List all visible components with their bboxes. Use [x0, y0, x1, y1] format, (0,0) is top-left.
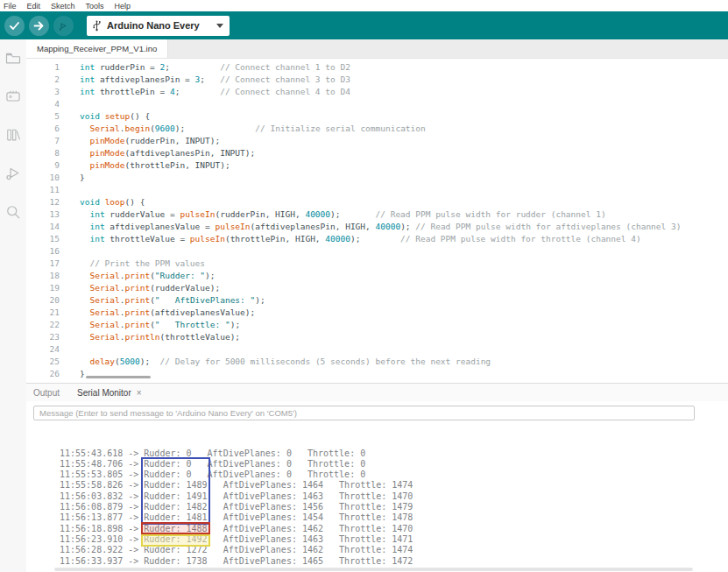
check-icon [9, 20, 20, 32]
serial-row: 11:56:03.832 -> Rudder: 1491 AftDivePlan… [60, 491, 728, 502]
debug-sidebar-icon[interactable] [4, 164, 23, 183]
code-line: 19 Serial.print(rudderValue); [26, 282, 728, 294]
line-number: 1 [26, 61, 60, 74]
line-number: 17 [26, 258, 60, 270]
line-number: 22 [26, 319, 60, 331]
serial-row: 11:56:33.937 -> Rudder: 1738 AftDivePlan… [60, 556, 728, 566]
line-number: 7 [26, 135, 60, 147]
serial-message-input[interactable] [33, 406, 695, 420]
code-text: int throttlePin = 4; // Connect channel … [60, 86, 350, 98]
code-line: 10} [26, 172, 728, 184]
code-text: void loop() { [60, 196, 145, 208]
menu-sketch[interactable]: Sketch [51, 2, 75, 11]
line-number: 5 [26, 110, 60, 123]
code-text: Serial.print(aftdiveplanesValue); [60, 307, 255, 319]
code-line: 8 pinMode(aftdiveplanesPin, INPUT); [26, 147, 728, 159]
menu-help[interactable]: Help [115, 2, 131, 11]
code-line: 11 [26, 184, 728, 196]
code-line: 5void setup() { [26, 110, 728, 123]
usb-icon [93, 20, 101, 32]
code-line: 18 Serial.print("Rudder: "); [26, 270, 728, 282]
message-row [26, 401, 728, 423]
code-line: 24 [26, 343, 728, 356]
code-line: 22 Serial.print(" Throttle: "); [26, 319, 728, 331]
chevron-down-icon [216, 24, 223, 28]
editor-tabstrip: Mapping_Receiver_PPM_V1.ino [26, 39, 728, 59]
panel-tabs: Output Serial Monitor × [26, 384, 728, 401]
code-text: int rudderValue = pulseIn(rudderPin, HIG… [60, 208, 606, 221]
code-text [60, 98, 85, 110]
code-line: 13 int rudderValue = pulseIn(rudderPin, … [26, 208, 728, 221]
serial-row: 11:55:58.826 -> Rudder: 1489 AftDivePlan… [60, 480, 728, 491]
code-line: 21 Serial.print(aftdiveplanesValue); [26, 307, 728, 319]
upload-button[interactable] [29, 16, 49, 36]
toolbar: Arduino Nano Every [0, 11, 728, 39]
code-text: int throttleValue = pulseIn(throttlePin,… [60, 233, 641, 245]
menu-edit[interactable]: Edit [27, 2, 41, 11]
line-number: 10 [26, 172, 60, 184]
code-line: 7 pinMode(rudderPin, INPUT); [26, 135, 728, 147]
line-number: 21 [26, 307, 60, 319]
code-text: pinMode(throttlePin, INPUT); [60, 159, 230, 172]
board-name: Arduino Nano Every [107, 20, 210, 31]
code-text: delay(5000); // Delay for 5000 milliseco… [60, 356, 491, 368]
search-icon[interactable] [4, 202, 23, 222]
tab-serial-monitor[interactable]: Serial Monitor × [77, 388, 142, 398]
line-number: 4 [26, 98, 60, 110]
sketchbook-folder-icon[interactable] [4, 48, 23, 67]
tab-output[interactable]: Output [33, 388, 60, 398]
close-icon[interactable]: × [137, 388, 142, 398]
code-text: } [60, 368, 85, 380]
code-line: 4 [26, 98, 728, 110]
line-number: 8 [26, 147, 60, 159]
serial-row: 11:55:48.706 -> Rudder: 0 AftDivePlanes:… [60, 459, 728, 470]
code-line: 16 [26, 245, 728, 258]
code-text: pinMode(rudderPin, INPUT); [60, 135, 220, 147]
code-text: Serial.print("Rudder: "); [60, 270, 216, 282]
sketch-file-name: Mapping_Receiver_PPM_V1.ino [37, 44, 157, 53]
code-text: // Print the PPM values [60, 258, 205, 270]
code-text: void setup() { [60, 110, 150, 123]
menu-bar: File Edit Sketch Tools Help [0, 0, 728, 11]
code-text [60, 245, 85, 258]
code-text: pinMode(aftdiveplanesPin, INPUT); [60, 147, 255, 159]
code-text: int aftdiveplanesValue = pulseIn(aftdive… [60, 221, 681, 233]
debug-button[interactable] [53, 16, 74, 36]
activity-sidebar [0, 39, 26, 572]
editor-horizontal-scrollbar[interactable] [86, 376, 151, 378]
code-text: } [60, 172, 85, 184]
library-manager-icon[interactable] [4, 125, 23, 145]
code-line: 14 int aftdiveplanesValue = pulseIn(aftd… [26, 221, 728, 233]
board-selector[interactable]: Arduino Nano Every [87, 16, 230, 36]
code-line: 6 Serial.begin(9600); // Initialize seri… [26, 123, 728, 135]
bug-icon [58, 20, 69, 32]
line-number: 2 [26, 74, 60, 86]
serial-row: 11:56:23.910 -> Rudder: 1492 AftDivePlan… [60, 534, 728, 545]
panel-horizontal-scrollbar[interactable] [54, 568, 693, 571]
line-number: 25 [26, 356, 60, 368]
code-line: 23 Serial.println(throttleValue); [26, 331, 728, 343]
line-number: 18 [26, 270, 60, 282]
boards-manager-icon[interactable] [4, 87, 23, 106]
serial-row: 11:56:13.877 -> Rudder: 1481 AftDivePlan… [60, 512, 728, 523]
menu-file[interactable]: File [4, 2, 17, 11]
verify-button[interactable] [4, 16, 25, 36]
line-number: 23 [26, 331, 60, 343]
serial-rows: 11:55:43.618 -> Rudder: 0 AftDivePlanes:… [60, 448, 728, 566]
code-text: Serial.print(rudderValue); [60, 282, 220, 294]
tab-sketch-file[interactable]: Mapping_Receiver_PPM_V1.ino [26, 39, 168, 58]
code-line: 9 pinMode(throttlePin, INPUT); [26, 159, 728, 172]
serial-row: 11:56:28.922 -> Rudder: 1272 AftDivePlan… [60, 545, 728, 555]
serial-monitor-output: 11:55:43.618 -> Rudder: 0 AftDivePlanes:… [26, 423, 728, 566]
line-number: 16 [26, 245, 60, 258]
code-text: int rudderPin = 2; // Connect channel 1 … [60, 61, 350, 74]
code-editor[interactable]: 1int rudderPin = 2; // Connect channel 1… [26, 59, 728, 383]
line-number: 13 [26, 208, 60, 221]
code-line: 12void loop() { [26, 196, 728, 208]
menu-tools[interactable]: Tools [86, 2, 104, 11]
line-number: 11 [26, 184, 60, 196]
line-number: 15 [26, 233, 60, 245]
code-lines: 1int rudderPin = 2; // Connect channel 1… [26, 61, 728, 380]
code-line: 1int rudderPin = 2; // Connect channel 1… [26, 61, 728, 74]
line-number: 9 [26, 159, 60, 172]
